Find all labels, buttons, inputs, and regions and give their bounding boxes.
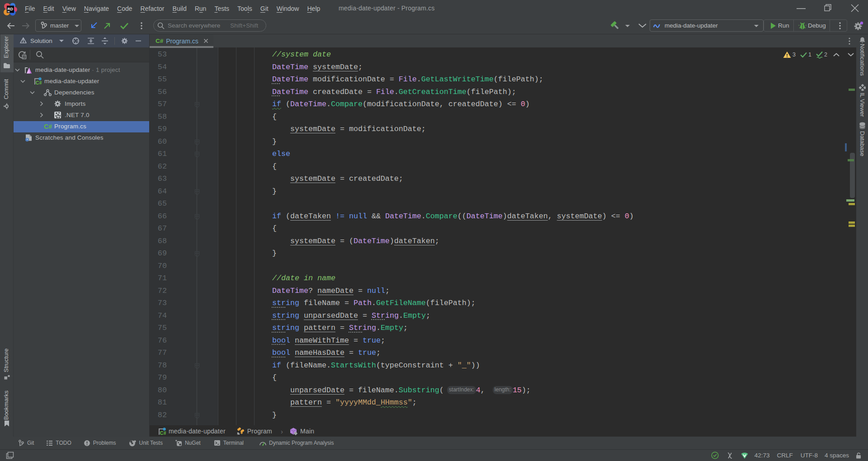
svg-text:C#: C# bbox=[44, 123, 52, 130]
svg-text:C#: C# bbox=[36, 80, 42, 85]
svg-text:C#: C# bbox=[160, 430, 166, 435]
svg-text:RD: RD bbox=[8, 7, 13, 11]
